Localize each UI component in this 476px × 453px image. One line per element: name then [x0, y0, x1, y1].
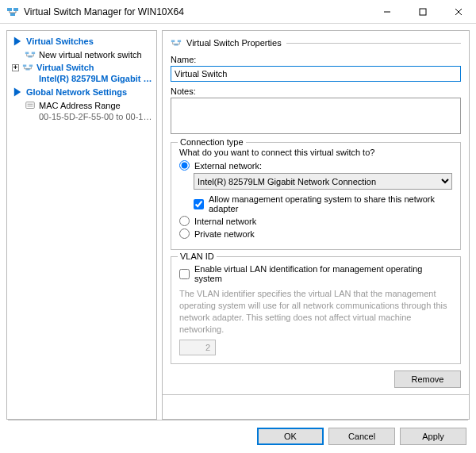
- navigation-tree: Virtual Switches New virtual network swi…: [6, 30, 157, 420]
- apply-button[interactable]: Apply: [400, 428, 466, 445]
- radio-external-input[interactable]: [179, 160, 190, 171]
- tree-section-virtual-switches[interactable]: Virtual Switches: [9, 34, 156, 48]
- tree-subitem-nic[interactable]: Intel(R) 82579LM Gigabit Net…: [9, 74, 156, 83]
- tree-item-label: New virtual network switch: [39, 50, 142, 60]
- network-switch-icon: [25, 49, 36, 60]
- chevron-icon: [12, 86, 23, 98]
- network-switch-icon: [171, 37, 182, 48]
- tree-item-new-switch[interactable]: New virtual network switch: [9, 48, 156, 61]
- svg-rect-0: [7, 8, 12, 11]
- ok-button[interactable]: OK: [257, 428, 324, 445]
- radio-private-network[interactable]: Private network: [179, 228, 452, 239]
- svg-rect-2: [10, 13, 15, 16]
- connection-question: What do you want to connect this virtual…: [179, 148, 452, 157]
- section-label: Virtual Switches: [26, 36, 94, 46]
- name-label: Name:: [171, 55, 461, 64]
- connection-type-group: Connection type What do you want to conn…: [171, 142, 461, 250]
- window-title: Virtual Switch Manager for WIN10X64: [24, 6, 369, 17]
- chevron-icon: [12, 36, 23, 47]
- radio-internal-network[interactable]: Internal network: [179, 216, 452, 226]
- vlan-id-input: [179, 340, 216, 355]
- svg-rect-15: [26, 102, 35, 109]
- minimize-button[interactable]: [369, 0, 405, 23]
- maximize-button[interactable]: [405, 0, 440, 23]
- name-input[interactable]: [171, 66, 461, 82]
- svg-rect-11: [23, 65, 26, 67]
- svg-rect-8: [25, 52, 29, 55]
- vlan-group: VLAN ID Enable virtual LAN identificatio…: [171, 256, 461, 364]
- radio-label: Private network: [194, 229, 255, 239]
- dialog-button-bar: OK Cancel Apply: [0, 420, 476, 453]
- tree-section-global-settings[interactable]: Global Network Settings: [9, 85, 156, 99]
- radio-label: Internal network: [194, 217, 256, 226]
- vlan-help-text: The VLAN identifier specifies the virtua…: [179, 288, 452, 335]
- svg-rect-1: [13, 8, 18, 11]
- mac-address-icon: [25, 100, 36, 111]
- group-legend: VLAN ID: [178, 251, 217, 261]
- radio-label: External network:: [194, 161, 262, 171]
- notes-textarea[interactable]: [171, 98, 461, 134]
- tree-item-virtual-switch[interactable]: + Virtual Switch: [9, 61, 156, 74]
- checkbox-allow-mgmt-input[interactable]: [194, 199, 204, 209]
- tree-item-label: Virtual Switch: [36, 63, 94, 72]
- radio-private-input[interactable]: [179, 228, 190, 239]
- tree-subitem-mac-range-value: 00-15-5D-2F-55-00 to 00-15-5D-2…: [9, 112, 156, 121]
- svg-marker-14: [14, 87, 21, 96]
- checkbox-label: Enable virtual LAN identification for ma…: [194, 264, 452, 283]
- svg-rect-4: [420, 9, 426, 15]
- close-button[interactable]: [440, 0, 476, 23]
- expander-icon[interactable]: +: [12, 64, 19, 71]
- radio-external-network[interactable]: External network:: [179, 160, 452, 171]
- tree-item-mac-range[interactable]: MAC Address Range: [9, 99, 156, 112]
- properties-panel: Virtual Switch Properties Name: Notes: C…: [162, 30, 470, 420]
- cancel-button[interactable]: Cancel: [328, 428, 395, 445]
- app-icon: [6, 6, 19, 18]
- svg-rect-18: [171, 40, 175, 43]
- title-bar: Virtual Switch Manager for WIN10X64: [0, 0, 476, 24]
- notes-label: Notes:: [171, 86, 461, 96]
- group-legend: Connection type: [178, 137, 246, 147]
- svg-rect-12: [29, 65, 33, 67]
- checkbox-enable-vlan-input[interactable]: [179, 269, 190, 279]
- tree-item-label: MAC Address Range: [39, 101, 121, 110]
- checkbox-label: Allow management operating system to sha…: [209, 194, 452, 213]
- radio-internal-input[interactable]: [179, 216, 190, 226]
- section-label: Global Network Settings: [26, 87, 127, 97]
- checkbox-allow-mgmt[interactable]: Allow management operating system to sha…: [194, 194, 452, 213]
- svg-marker-7: [14, 36, 21, 45]
- checkbox-enable-vlan[interactable]: Enable virtual LAN identification for ma…: [179, 264, 452, 283]
- panel-title: Virtual Switch Properties: [186, 38, 282, 48]
- remove-button[interactable]: Remove: [394, 370, 461, 388]
- svg-rect-9: [32, 52, 35, 55]
- network-switch-icon: [22, 62, 33, 73]
- svg-rect-19: [178, 40, 181, 43]
- external-nic-select[interactable]: Intel(R) 82579LM Gigabit Network Connect…: [194, 173, 452, 190]
